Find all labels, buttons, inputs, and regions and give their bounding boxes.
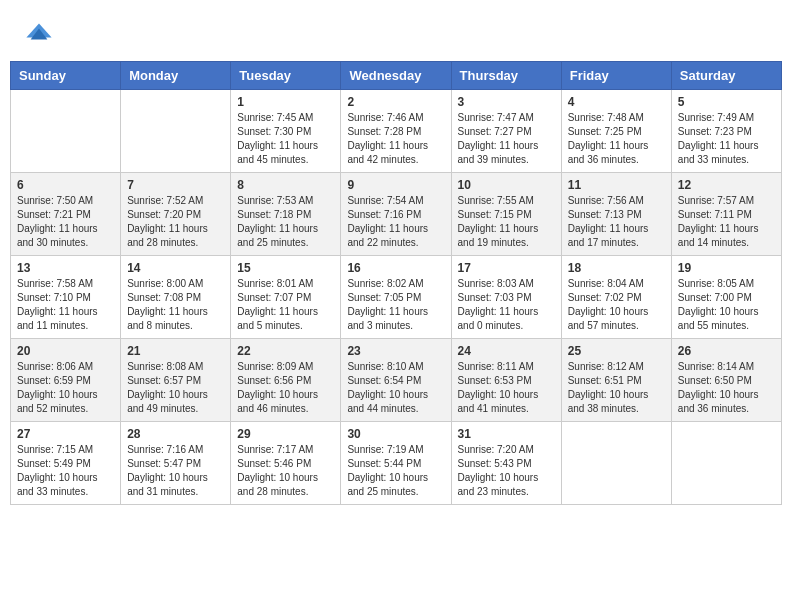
calendar-cell: 13Sunrise: 7:58 AMSunset: 7:10 PMDayligh… bbox=[11, 256, 121, 339]
calendar-week-row: 6Sunrise: 7:50 AMSunset: 7:21 PMDaylight… bbox=[11, 173, 782, 256]
day-info: Sunrise: 7:57 AMSunset: 7:11 PMDaylight:… bbox=[678, 194, 775, 250]
calendar-cell: 28Sunrise: 7:16 AMSunset: 5:47 PMDayligh… bbox=[121, 422, 231, 505]
calendar-cell: 3Sunrise: 7:47 AMSunset: 7:27 PMDaylight… bbox=[451, 90, 561, 173]
day-number: 3 bbox=[458, 95, 555, 109]
calendar-table: SundayMondayTuesdayWednesdayThursdayFrid… bbox=[10, 61, 782, 505]
calendar-cell: 17Sunrise: 8:03 AMSunset: 7:03 PMDayligh… bbox=[451, 256, 561, 339]
day-number: 6 bbox=[17, 178, 114, 192]
calendar-cell: 20Sunrise: 8:06 AMSunset: 6:59 PMDayligh… bbox=[11, 339, 121, 422]
calendar-cell: 11Sunrise: 7:56 AMSunset: 7:13 PMDayligh… bbox=[561, 173, 671, 256]
calendar-cell: 23Sunrise: 8:10 AMSunset: 6:54 PMDayligh… bbox=[341, 339, 451, 422]
calendar-cell: 29Sunrise: 7:17 AMSunset: 5:46 PMDayligh… bbox=[231, 422, 341, 505]
calendar-header-row: SundayMondayTuesdayWednesdayThursdayFrid… bbox=[11, 62, 782, 90]
day-number: 10 bbox=[458, 178, 555, 192]
day-info: Sunrise: 7:19 AMSunset: 5:44 PMDaylight:… bbox=[347, 443, 444, 499]
calendar-week-row: 27Sunrise: 7:15 AMSunset: 5:49 PMDayligh… bbox=[11, 422, 782, 505]
calendar-cell bbox=[121, 90, 231, 173]
day-info: Sunrise: 7:46 AMSunset: 7:28 PMDaylight:… bbox=[347, 111, 444, 167]
day-number: 5 bbox=[678, 95, 775, 109]
calendar-week-row: 20Sunrise: 8:06 AMSunset: 6:59 PMDayligh… bbox=[11, 339, 782, 422]
day-number: 7 bbox=[127, 178, 224, 192]
calendar-cell: 15Sunrise: 8:01 AMSunset: 7:07 PMDayligh… bbox=[231, 256, 341, 339]
day-info: Sunrise: 7:45 AMSunset: 7:30 PMDaylight:… bbox=[237, 111, 334, 167]
day-info: Sunrise: 7:16 AMSunset: 5:47 PMDaylight:… bbox=[127, 443, 224, 499]
day-number: 1 bbox=[237, 95, 334, 109]
day-number: 25 bbox=[568, 344, 665, 358]
day-number: 16 bbox=[347, 261, 444, 275]
day-number: 17 bbox=[458, 261, 555, 275]
day-number: 21 bbox=[127, 344, 224, 358]
logo-icon bbox=[25, 20, 53, 48]
day-info: Sunrise: 8:05 AMSunset: 7:00 PMDaylight:… bbox=[678, 277, 775, 333]
calendar-header-monday: Monday bbox=[121, 62, 231, 90]
calendar-cell: 12Sunrise: 7:57 AMSunset: 7:11 PMDayligh… bbox=[671, 173, 781, 256]
day-info: Sunrise: 8:10 AMSunset: 6:54 PMDaylight:… bbox=[347, 360, 444, 416]
calendar-header-thursday: Thursday bbox=[451, 62, 561, 90]
day-number: 4 bbox=[568, 95, 665, 109]
calendar-cell: 1Sunrise: 7:45 AMSunset: 7:30 PMDaylight… bbox=[231, 90, 341, 173]
calendar-cell: 19Sunrise: 8:05 AMSunset: 7:00 PMDayligh… bbox=[671, 256, 781, 339]
day-info: Sunrise: 7:58 AMSunset: 7:10 PMDaylight:… bbox=[17, 277, 114, 333]
calendar-cell bbox=[11, 90, 121, 173]
day-info: Sunrise: 7:52 AMSunset: 7:20 PMDaylight:… bbox=[127, 194, 224, 250]
calendar-cell bbox=[671, 422, 781, 505]
day-number: 14 bbox=[127, 261, 224, 275]
calendar-cell: 25Sunrise: 8:12 AMSunset: 6:51 PMDayligh… bbox=[561, 339, 671, 422]
day-info: Sunrise: 7:20 AMSunset: 5:43 PMDaylight:… bbox=[458, 443, 555, 499]
day-info: Sunrise: 7:56 AMSunset: 7:13 PMDaylight:… bbox=[568, 194, 665, 250]
day-info: Sunrise: 7:54 AMSunset: 7:16 PMDaylight:… bbox=[347, 194, 444, 250]
day-number: 13 bbox=[17, 261, 114, 275]
calendar-header-saturday: Saturday bbox=[671, 62, 781, 90]
calendar-cell: 26Sunrise: 8:14 AMSunset: 6:50 PMDayligh… bbox=[671, 339, 781, 422]
day-info: Sunrise: 7:49 AMSunset: 7:23 PMDaylight:… bbox=[678, 111, 775, 167]
day-info: Sunrise: 8:03 AMSunset: 7:03 PMDaylight:… bbox=[458, 277, 555, 333]
day-info: Sunrise: 8:12 AMSunset: 6:51 PMDaylight:… bbox=[568, 360, 665, 416]
calendar-cell: 30Sunrise: 7:19 AMSunset: 5:44 PMDayligh… bbox=[341, 422, 451, 505]
calendar-cell: 4Sunrise: 7:48 AMSunset: 7:25 PMDaylight… bbox=[561, 90, 671, 173]
day-number: 20 bbox=[17, 344, 114, 358]
day-info: Sunrise: 7:53 AMSunset: 7:18 PMDaylight:… bbox=[237, 194, 334, 250]
day-info: Sunrise: 8:06 AMSunset: 6:59 PMDaylight:… bbox=[17, 360, 114, 416]
day-number: 29 bbox=[237, 427, 334, 441]
calendar-cell: 16Sunrise: 8:02 AMSunset: 7:05 PMDayligh… bbox=[341, 256, 451, 339]
day-number: 28 bbox=[127, 427, 224, 441]
calendar-cell: 6Sunrise: 7:50 AMSunset: 7:21 PMDaylight… bbox=[11, 173, 121, 256]
calendar-header-sunday: Sunday bbox=[11, 62, 121, 90]
calendar-cell: 18Sunrise: 8:04 AMSunset: 7:02 PMDayligh… bbox=[561, 256, 671, 339]
calendar-cell: 22Sunrise: 8:09 AMSunset: 6:56 PMDayligh… bbox=[231, 339, 341, 422]
day-number: 12 bbox=[678, 178, 775, 192]
calendar-cell: 2Sunrise: 7:46 AMSunset: 7:28 PMDaylight… bbox=[341, 90, 451, 173]
day-info: Sunrise: 8:14 AMSunset: 6:50 PMDaylight:… bbox=[678, 360, 775, 416]
day-number: 11 bbox=[568, 178, 665, 192]
day-number: 8 bbox=[237, 178, 334, 192]
calendar-cell: 7Sunrise: 7:52 AMSunset: 7:20 PMDaylight… bbox=[121, 173, 231, 256]
calendar-week-row: 1Sunrise: 7:45 AMSunset: 7:30 PMDaylight… bbox=[11, 90, 782, 173]
day-info: Sunrise: 7:50 AMSunset: 7:21 PMDaylight:… bbox=[17, 194, 114, 250]
day-number: 26 bbox=[678, 344, 775, 358]
day-number: 2 bbox=[347, 95, 444, 109]
day-info: Sunrise: 7:15 AMSunset: 5:49 PMDaylight:… bbox=[17, 443, 114, 499]
calendar-cell: 27Sunrise: 7:15 AMSunset: 5:49 PMDayligh… bbox=[11, 422, 121, 505]
day-number: 30 bbox=[347, 427, 444, 441]
calendar-cell: 21Sunrise: 8:08 AMSunset: 6:57 PMDayligh… bbox=[121, 339, 231, 422]
calendar-week-row: 13Sunrise: 7:58 AMSunset: 7:10 PMDayligh… bbox=[11, 256, 782, 339]
logo bbox=[25, 20, 57, 48]
day-number: 22 bbox=[237, 344, 334, 358]
day-info: Sunrise: 7:17 AMSunset: 5:46 PMDaylight:… bbox=[237, 443, 334, 499]
page-header bbox=[10, 10, 782, 53]
calendar-cell: 9Sunrise: 7:54 AMSunset: 7:16 PMDaylight… bbox=[341, 173, 451, 256]
day-info: Sunrise: 8:11 AMSunset: 6:53 PMDaylight:… bbox=[458, 360, 555, 416]
day-info: Sunrise: 7:47 AMSunset: 7:27 PMDaylight:… bbox=[458, 111, 555, 167]
day-number: 19 bbox=[678, 261, 775, 275]
day-number: 23 bbox=[347, 344, 444, 358]
day-info: Sunrise: 8:02 AMSunset: 7:05 PMDaylight:… bbox=[347, 277, 444, 333]
day-number: 15 bbox=[237, 261, 334, 275]
day-number: 31 bbox=[458, 427, 555, 441]
day-info: Sunrise: 7:48 AMSunset: 7:25 PMDaylight:… bbox=[568, 111, 665, 167]
day-number: 27 bbox=[17, 427, 114, 441]
calendar-cell: 14Sunrise: 8:00 AMSunset: 7:08 PMDayligh… bbox=[121, 256, 231, 339]
day-number: 9 bbox=[347, 178, 444, 192]
day-number: 24 bbox=[458, 344, 555, 358]
calendar-header-wednesday: Wednesday bbox=[341, 62, 451, 90]
calendar-header-tuesday: Tuesday bbox=[231, 62, 341, 90]
